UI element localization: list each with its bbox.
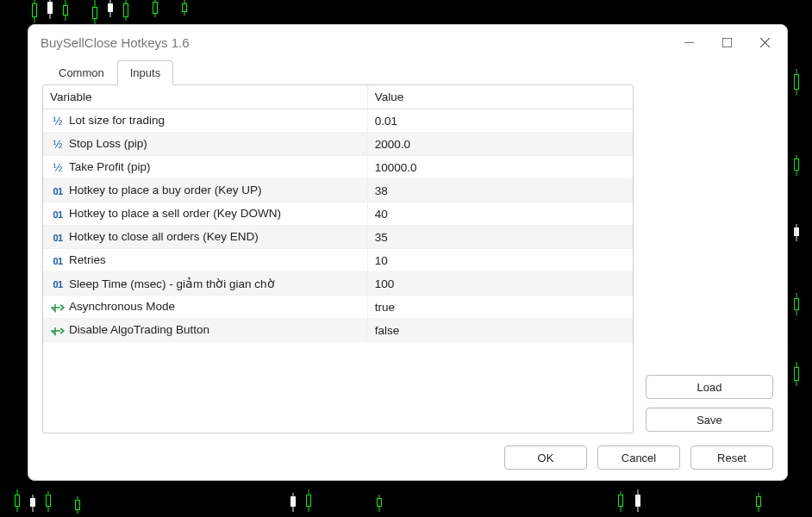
variable-cell: ½Stop Loss (pip): [43, 133, 367, 156]
column-header-value[interactable]: Value: [367, 85, 633, 109]
svg-rect-1: [722, 38, 731, 47]
tab-common[interactable]: Common: [46, 60, 117, 85]
variable-cell: ½Lot size for trading: [43, 109, 367, 133]
variable-name: Disable AlgoTrading Button: [69, 323, 209, 336]
value-cell[interactable]: true: [367, 296, 633, 319]
variable-cell: 01Hotkey to close all orders (Key END): [43, 226, 367, 249]
integer-icon: 01: [50, 185, 66, 197]
variable-cell: 01Retries: [43, 249, 367, 272]
variable-name: Sleep Time (msec) - giảm thời gian chờ: [69, 277, 275, 290]
titlebar: BuySellClose Hotkeys 1.6: [28, 25, 787, 59]
value-cell[interactable]: 35: [367, 226, 633, 249]
value-cell[interactable]: 38: [367, 179, 633, 202]
tab-inputs[interactable]: Inputs: [117, 60, 173, 85]
variable-name: Hotkey to close all orders (Key END): [69, 230, 259, 243]
variable-name: Hotkey to place a buy order (Key UP): [69, 184, 262, 196]
table-row[interactable]: ½Stop Loss (pip)2000.0: [43, 133, 633, 156]
fraction-icon: ½: [50, 115, 66, 128]
side-buttons: Load Save: [646, 84, 773, 433]
variable-cell: 01Hotkey to place a sell order (Key DOWN…: [43, 202, 367, 226]
value-cell[interactable]: 40: [367, 202, 633, 226]
value-cell[interactable]: false: [367, 319, 633, 342]
integer-icon: 01: [50, 255, 66, 267]
value-cell[interactable]: 10: [367, 249, 633, 272]
table-row[interactable]: 01Hotkey to place a buy order (Key UP)38: [43, 179, 633, 202]
variable-cell: 01Hotkey to place a buy order (Key UP): [43, 179, 367, 202]
tabs: Common Inputs: [42, 60, 773, 85]
inputs-table: Variable Value ½Lot size for trading0.01…: [42, 84, 634, 433]
integer-icon: 01: [50, 209, 66, 221]
value-cell[interactable]: 10000.0: [367, 156, 633, 179]
value-cell[interactable]: 100: [367, 272, 633, 296]
boolean-icon: [50, 325, 66, 337]
value-cell[interactable]: 0.01: [367, 109, 633, 133]
integer-icon: 01: [50, 278, 66, 290]
variable-name: Take Profit (pip): [69, 160, 151, 173]
column-header-variable[interactable]: Variable: [43, 85, 367, 109]
variable-name: Stop Loss (pip): [69, 137, 147, 150]
table-row[interactable]: 01Sleep Time (msec) - giảm thời gian chờ…: [43, 272, 633, 296]
value-cell[interactable]: 2000.0: [367, 133, 633, 156]
boolean-icon: [50, 302, 66, 314]
properties-dialog: BuySellClose Hotkeys 1.6 Common Inputs V…: [28, 24, 788, 481]
variable-name: Asynchronous Mode: [69, 300, 175, 313]
window-title: BuySellClose Hotkeys 1.6: [41, 35, 670, 50]
load-button[interactable]: Load: [646, 375, 773, 399]
integer-icon: 01: [50, 232, 66, 244]
table-row[interactable]: ½Lot size for trading0.01: [43, 109, 633, 133]
cancel-button[interactable]: Cancel: [597, 445, 680, 470]
table-row[interactable]: 01Hotkey to place a sell order (Key DOWN…: [43, 202, 633, 226]
save-button[interactable]: Save: [646, 408, 773, 432]
footer-buttons: OK Cancel Reset: [42, 445, 773, 470]
variable-name: Hotkey to place a sell order (Key DOWN): [69, 207, 281, 220]
variable-cell: Asynchronous Mode: [43, 296, 367, 319]
table-row[interactable]: ½Take Profit (pip)10000.0: [43, 156, 633, 179]
fraction-icon: ½: [50, 139, 66, 151]
ok-button[interactable]: OK: [504, 445, 587, 470]
close-button[interactable]: [746, 29, 784, 55]
variable-cell: 01Sleep Time (msec) - giảm thời gian chờ: [43, 272, 367, 296]
table-row[interactable]: 01Hotkey to close all orders (Key END)35: [43, 226, 633, 249]
reset-button[interactable]: Reset: [690, 445, 773, 470]
variable-name: Lot size for trading: [69, 114, 165, 127]
fraction-icon: ½: [50, 162, 66, 174]
variable-cell: Disable AlgoTrading Button: [43, 319, 367, 342]
variable-cell: ½Take Profit (pip): [43, 156, 367, 179]
variable-name: Retries: [69, 253, 106, 266]
table-row[interactable]: Disable AlgoTrading Buttonfalse: [43, 319, 633, 342]
table-row[interactable]: Asynchronous Modetrue: [43, 296, 633, 319]
minimize-button[interactable]: [670, 29, 708, 55]
table-row[interactable]: 01Retries10: [43, 249, 633, 272]
maximize-button[interactable]: [708, 29, 746, 55]
